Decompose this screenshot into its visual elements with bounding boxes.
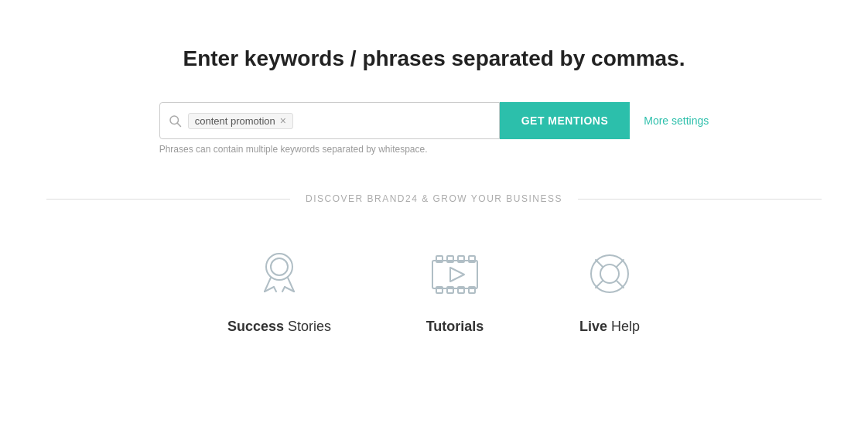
- search-box[interactable]: content promotion ×: [159, 102, 500, 139]
- tutorials-bold: Tutorials: [426, 319, 484, 334]
- search-section: content promotion × GET MENTIONS More se…: [159, 102, 709, 155]
- tag-remove-button[interactable]: ×: [280, 115, 286, 126]
- page-wrapper: Enter keywords / phrases separated by co…: [0, 0, 868, 366]
- svg-line-6: [274, 287, 276, 292]
- search-hint: Phrases can contain multiple keywords se…: [159, 144, 428, 155]
- success-stories-rest: Stories: [284, 319, 331, 334]
- svg-line-22: [596, 260, 603, 267]
- success-stories-card[interactable]: Success Stories: [227, 243, 331, 335]
- success-stories-icon: [248, 243, 310, 305]
- live-help-icon: [579, 243, 641, 305]
- svg-rect-10: [432, 261, 477, 288]
- svg-line-25: [617, 281, 624, 288]
- search-tag-pill: content promotion ×: [188, 113, 293, 129]
- svg-line-1: [177, 123, 180, 126]
- get-mentions-button[interactable]: GET MENTIONS: [500, 102, 630, 139]
- success-stories-label: Success Stories: [227, 319, 331, 335]
- discover-label: DISCOVER BRAND24 & GROW YOUR BUSINESS: [306, 193, 562, 204]
- svg-line-9: [282, 287, 285, 292]
- search-tag-label: content promotion: [195, 115, 275, 127]
- search-row: content promotion × GET MENTIONS More se…: [159, 102, 709, 139]
- live-help-rest: Help: [607, 319, 640, 334]
- svg-line-24: [596, 281, 603, 288]
- search-icon: [168, 114, 182, 128]
- live-help-bold: Live: [579, 319, 607, 334]
- page-title: Enter keywords / phrases separated by co…: [183, 46, 685, 71]
- live-help-card[interactable]: Live Help: [579, 243, 641, 335]
- svg-point-3: [271, 258, 288, 275]
- divider-line-right: [578, 199, 822, 200]
- success-stories-bold: Success: [227, 319, 284, 334]
- live-help-label: Live Help: [579, 319, 640, 335]
- svg-line-23: [617, 260, 624, 267]
- svg-marker-19: [450, 268, 464, 281]
- tutorials-label: Tutorials: [426, 319, 484, 335]
- divider-line-left: [46, 199, 290, 200]
- cards-row: Success Stories: [0, 243, 868, 335]
- discover-divider: DISCOVER BRAND24 & GROW YOUR BUSINESS: [0, 193, 868, 204]
- more-settings-link[interactable]: More settings: [644, 114, 709, 127]
- tutorials-card[interactable]: Tutorials: [424, 243, 486, 335]
- tutorials-icon: [424, 243, 486, 305]
